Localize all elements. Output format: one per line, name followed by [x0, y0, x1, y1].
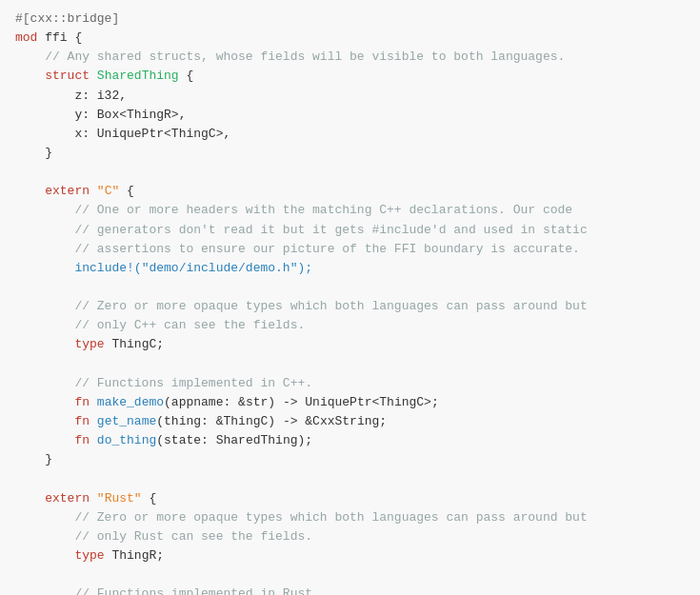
code-line: mod ffi {: [15, 29, 685, 48]
code-line: // Functions implemented in C++.: [15, 374, 685, 393]
code-token: make_demo: [97, 395, 164, 409]
code-line: [15, 469, 685, 488]
code-line: [15, 565, 685, 585]
code-token: [15, 414, 74, 428]
code-token: struct: [15, 69, 97, 83]
code-line: [15, 355, 685, 374]
code-token: // Any shared structs, whose fields will…: [15, 50, 565, 64]
code-token: get_name: [97, 414, 156, 428]
code-token: y: Box<ThingR>,: [15, 108, 186, 122]
code-token: mod: [15, 30, 37, 45]
code-token: // Zero or more opaque types which both …: [15, 299, 588, 313]
code-token: fn: [74, 414, 90, 428]
code-line: }: [15, 450, 685, 469]
code-line: // Zero or more opaque types which both …: [15, 508, 685, 527]
code-token: {: [119, 184, 134, 198]
code-line: x: UniquePtr<ThingC>,: [15, 125, 685, 144]
code-line: extern "Rust" {: [15, 489, 685, 508]
code-token: type: [74, 337, 104, 351]
code-token: // Zero or more opaque types which both …: [15, 510, 588, 525]
code-line: fn make_demo(appname: &str) -> UniquePtr…: [15, 393, 685, 412]
code-line: // One or more headers with the matching…: [15, 201, 685, 220]
code-token: // only C++ can see the fields.: [15, 318, 305, 332]
code-token: ThingC;: [105, 337, 164, 351]
code-token: x: UniquePtr<ThingC>,: [15, 127, 230, 141]
code-line: // only Rust can see the fields.: [15, 527, 685, 546]
code-token: ffi {: [37, 30, 82, 45]
code-token: "C": [97, 184, 119, 198]
code-token: z: i32,: [15, 89, 127, 103]
code-line: [15, 163, 685, 182]
code-token: (thing: &ThingC) -> &CxxString;: [156, 414, 387, 428]
code-token: [90, 433, 97, 447]
code-token: [15, 548, 74, 563]
code-editor: #[cxx::bridge]mod ffi { // Any shared st…: [0, 0, 700, 595]
code-token: extern: [15, 184, 97, 198]
code-token: do_thing: [97, 433, 156, 447]
code-token: [15, 433, 74, 447]
code-line: // Any shared structs, whose fields will…: [15, 48, 685, 67]
code-line: extern "C" {: [15, 182, 685, 201]
code-token: [15, 261, 74, 275]
code-token: include!("demo/include/demo.h");: [74, 261, 312, 275]
code-line: // only C++ can see the fields.: [15, 316, 685, 335]
code-line: // Functions implemented in Rust.: [15, 585, 685, 595]
code-token: // generators don't read it but it gets …: [15, 223, 588, 237]
code-line: #[cxx::bridge]: [15, 10, 685, 29]
code-token: fn: [74, 395, 90, 409]
code-token: // Functions implemented in C++.: [15, 376, 312, 390]
code-token: [15, 337, 74, 351]
code-token: [90, 414, 97, 428]
code-token: // One or more headers with the matching…: [15, 203, 572, 217]
code-token: "Rust": [97, 491, 142, 506]
code-line: // generators don't read it but it gets …: [15, 221, 685, 240]
code-token: {: [142, 491, 157, 506]
code-line: include!("demo/include/demo.h");: [15, 259, 685, 278]
code-token: // assertions to ensure our picture of t…: [15, 242, 580, 256]
code-token: }: [15, 146, 52, 160]
code-token: #[cxx::bridge]: [15, 11, 119, 26]
code-line: type ThingR;: [15, 546, 685, 565]
code-token: type: [74, 548, 104, 563]
code-token: // only Rust can see the fields.: [15, 529, 312, 544]
code-token: [15, 395, 74, 409]
code-line: type ThingC;: [15, 335, 685, 354]
code-token: {: [179, 69, 194, 83]
code-token: (state: SharedThing);: [156, 433, 312, 447]
code-token: ThingR;: [105, 548, 164, 563]
code-token: fn: [74, 433, 90, 447]
code-token: [90, 395, 97, 409]
code-token: }: [15, 452, 52, 466]
code-token: SharedThing: [97, 69, 179, 83]
code-line: [15, 278, 685, 297]
code-line: fn do_thing(state: SharedThing);: [15, 431, 685, 450]
code-line: struct SharedThing {: [15, 67, 685, 86]
code-line: y: Box<ThingR>,: [15, 106, 685, 125]
code-line: }: [15, 144, 685, 163]
code-line: // assertions to ensure our picture of t…: [15, 240, 685, 259]
code-line: // Zero or more opaque types which both …: [15, 297, 685, 316]
code-token: // Functions implemented in Rust.: [15, 586, 320, 595]
code-line: fn get_name(thing: &ThingC) -> &CxxStrin…: [15, 412, 685, 431]
code-token: (appname: &str) -> UniquePtr<ThingC>;: [164, 395, 439, 409]
code-token: extern: [15, 491, 97, 506]
code-line: z: i32,: [15, 87, 685, 106]
